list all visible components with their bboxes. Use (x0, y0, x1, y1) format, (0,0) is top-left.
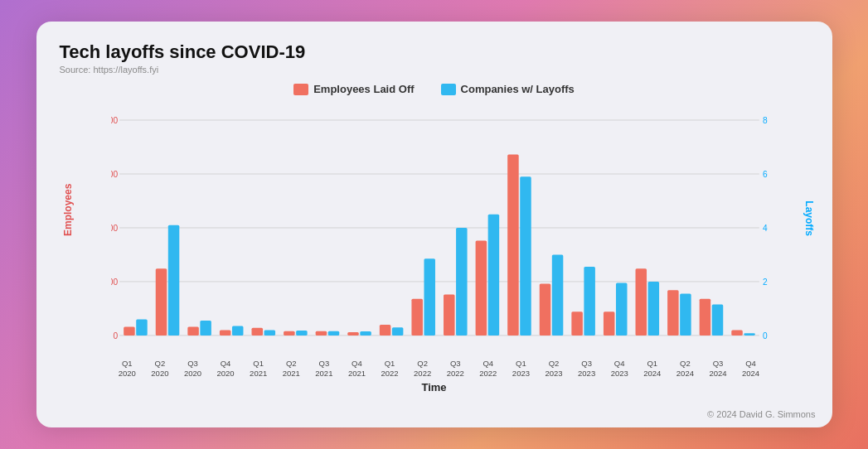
svg-rect-46 (615, 283, 627, 336)
x-axis-label: Q12024 (636, 359, 669, 379)
legend-label-companies: Companies w/ Layoffs (461, 83, 575, 95)
svg-rect-24 (264, 330, 275, 335)
svg-rect-22 (231, 326, 243, 336)
x-axis-label: Q22024 (669, 359, 702, 379)
chart-card: Tech layoffs since COVID-19 Source: http… (36, 22, 832, 427)
x-axis-labels-container: Q12020Q22020Q32020Q42020Q12021Q22021Q320… (111, 359, 768, 379)
chart-svg: 200,000150,000100,00050,0000800600400200… (111, 102, 768, 359)
svg-rect-35 (444, 295, 455, 336)
svg-text:0: 0 (762, 331, 767, 340)
x-axis-label: Q22022 (406, 359, 439, 379)
x-axis-label: Q22023 (537, 359, 570, 379)
x-axis-label: Q12022 (373, 359, 406, 379)
x-axis-label: Q32024 (701, 359, 735, 379)
svg-rect-17 (155, 268, 167, 336)
svg-rect-34 (424, 258, 435, 336)
svg-rect-20 (200, 321, 211, 336)
svg-rect-29 (347, 332, 359, 336)
x-axis-label: Q32023 (570, 359, 604, 379)
legend-swatch-employees (293, 84, 308, 95)
y-axis-right: Layoffs (768, 102, 809, 359)
svg-rect-25 (284, 331, 295, 336)
x-axis-labels: Q12020Q22020Q32020Q42020Q12021Q22021Q320… (60, 359, 809, 379)
svg-rect-30 (360, 331, 371, 336)
svg-rect-51 (699, 299, 710, 336)
svg-text:0: 0 (113, 331, 118, 340)
x-axis-label: Q22020 (143, 359, 177, 379)
svg-rect-28 (327, 331, 339, 336)
svg-rect-32 (391, 327, 403, 336)
svg-rect-42 (551, 254, 563, 335)
x-axis-label: Q42024 (735, 359, 768, 379)
legend-swatch-companies (441, 84, 456, 95)
x-axis-label: Q42023 (603, 359, 636, 379)
y-axis-left-label: Employees (61, 184, 73, 236)
copyright: © 2024 David G. Simmons (707, 409, 815, 419)
svg-rect-31 (379, 325, 390, 336)
svg-rect-43 (571, 311, 583, 336)
legend-employees: Employees Laid Off (293, 83, 414, 95)
svg-rect-23 (251, 328, 263, 336)
legend-companies: Companies w/ Layoffs (441, 83, 575, 95)
svg-rect-52 (711, 305, 723, 336)
svg-text:150,000: 150,000 (111, 170, 118, 179)
x-axis-label: Q22021 (274, 359, 308, 379)
chart-inner: 200,000150,000100,00050,0000800600400200… (111, 102, 768, 359)
svg-text:100,000: 100,000 (111, 224, 118, 233)
chart-container: Employees 200,000150,000100,00050,000080… (60, 102, 809, 359)
svg-text:50,000: 50,000 (111, 278, 118, 287)
svg-rect-15 (124, 327, 135, 336)
svg-rect-53 (731, 330, 743, 335)
svg-rect-54 (744, 333, 755, 336)
chart-legend: Employees Laid Off Companies w/ Layoffs (60, 83, 809, 95)
svg-rect-36 (456, 228, 468, 336)
y-axis-right-label: Layoffs (803, 200, 815, 236)
svg-rect-33 (411, 299, 423, 336)
svg-rect-26 (296, 331, 308, 336)
svg-rect-16 (136, 319, 148, 335)
svg-rect-45 (603, 311, 614, 336)
chart-title: Tech layoffs since COVID-19 (60, 41, 809, 63)
svg-rect-38 (487, 215, 499, 336)
x-axis-label: Q32020 (177, 359, 210, 379)
svg-rect-27 (315, 331, 327, 336)
legend-label-employees: Employees Laid Off (313, 83, 414, 95)
y-axis-left: Employees (60, 102, 111, 359)
svg-rect-49 (667, 290, 679, 336)
svg-rect-18 (167, 225, 179, 336)
x-axis-label: Q12020 (111, 359, 144, 379)
svg-text:200,000: 200,000 (111, 116, 118, 125)
svg-rect-21 (219, 330, 230, 335)
svg-rect-50 (680, 294, 691, 336)
x-axis-label: Q12021 (242, 359, 275, 379)
x-axis-label: Q12023 (505, 359, 538, 379)
svg-rect-39 (507, 155, 519, 336)
x-axis-label: Q42022 (472, 359, 505, 379)
svg-rect-44 (584, 267, 595, 336)
x-axis-label: Q32022 (439, 359, 472, 379)
svg-rect-47 (635, 268, 647, 336)
svg-rect-41 (539, 284, 550, 336)
chart-area: Employees Laid Off Companies w/ Layoffs … (60, 83, 809, 389)
x-axis-title: Time (60, 381, 809, 393)
x-axis-label: Q32021 (308, 359, 341, 379)
svg-rect-40 (520, 176, 531, 336)
chart-source: Source: https://layoffs.fyi (60, 65, 809, 75)
svg-rect-19 (187, 327, 199, 336)
x-axis-label: Q42021 (341, 359, 374, 379)
x-axis-label: Q42020 (209, 359, 242, 379)
svg-rect-48 (647, 282, 659, 336)
svg-rect-37 (475, 241, 487, 336)
